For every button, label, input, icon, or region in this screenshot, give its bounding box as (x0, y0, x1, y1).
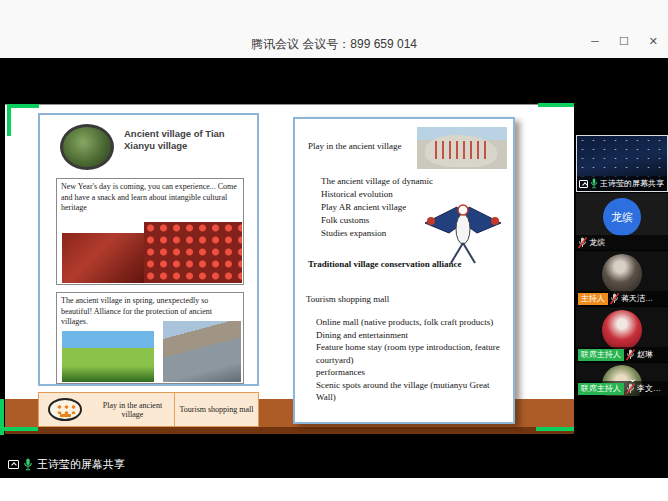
mic-muted-icon (578, 237, 587, 249)
newyear-text: New Year's day is coming, you can experi… (57, 179, 243, 214)
mic-muted-icon (626, 349, 635, 361)
screen-share-icon (579, 180, 588, 188)
participant-name: 赵琳 (637, 349, 653, 360)
lanterns-photo (144, 222, 242, 283)
cohost-badge: 联席主持人 (578, 383, 624, 395)
great-wall-photo (163, 321, 241, 382)
host-badge: 主持人 (578, 293, 608, 305)
list-item: Scenic spots around the village (mutiany… (316, 379, 500, 404)
avatar (602, 310, 642, 350)
participant-name: 李文… (637, 383, 661, 394)
slide-tab-bar: Play in the ancient village Tourism shop… (38, 392, 259, 427)
participant-tile[interactable]: ⌄ 联席主持人 李文… (576, 363, 668, 396)
right-slide: Play in the ancient village The ancient … (293, 117, 515, 424)
section-title-mall: Tourism shopping mall (306, 294, 389, 304)
share-banner: 王诗莹的屏幕共享 (8, 456, 125, 472)
mall-items-list: Online mall (native products, folk craft… (316, 316, 500, 404)
spring-textbox: The ancient village in spring, unexpecte… (56, 292, 244, 384)
slide-title: Ancient village of Tian Xianyu village (124, 128, 252, 153)
participant-name: 龙缤 (589, 237, 605, 248)
participant-tile[interactable]: 联席主持人 赵琳 (576, 307, 668, 362)
close-icon[interactable]: ✕ (649, 33, 658, 49)
desktop-strip-dark (5, 427, 574, 434)
list-item: Feature home stay (room type introductio… (316, 341, 500, 366)
gamepad-dots (56, 404, 76, 414)
participant-name: 蒋天洁… (621, 293, 653, 304)
window-controls: ─ ☐ ✕ (591, 33, 658, 49)
list-item: The ancient village of dynamic (321, 175, 473, 188)
gamepad-icon (39, 393, 91, 426)
mic-muted-icon (610, 293, 619, 305)
participant-name: 王诗莹的屏幕共享 (600, 178, 664, 189)
participants-sidebar: 王诗莹的屏幕共享 龙缤 龙缤 主持人 (576, 58, 668, 478)
mic-on-icon (23, 458, 33, 471)
window-title: 腾讯会议 会议号：899 659 014 (0, 36, 668, 53)
section-title-play: Play in the ancient village (308, 141, 401, 151)
tab-play-ancient-village[interactable]: Play in the ancient village (91, 393, 174, 426)
window-titlebar: 腾讯会议 会议号：899 659 014 ─ ☐ ✕ (0, 0, 668, 58)
craft-photo (62, 233, 148, 283)
participant-tile-screen-share[interactable]: 王诗莹的屏幕共享 (576, 135, 668, 192)
tab-tourism-mall[interactable]: Tourism shopping mall (174, 393, 258, 426)
share-corner-marker (536, 427, 574, 431)
list-item: performances (316, 366, 500, 379)
avatar: 龙缤 (603, 198, 641, 236)
share-corner-marker (538, 103, 574, 107)
share-corner-marker (0, 427, 38, 431)
kite-image (421, 195, 505, 267)
screen-share-icon (8, 460, 19, 469)
share-banner-label: 王诗莹的屏幕共享 (37, 457, 125, 472)
village-landscape-photo (62, 331, 154, 382)
left-slide: Ancient village of Tian Xianyu village N… (38, 113, 259, 386)
stone-red-characters (435, 141, 487, 159)
cohost-badge: 联席主持人 (578, 349, 624, 361)
collapse-chevron-icon[interactable]: ⌄ (628, 373, 637, 383)
gamepad-bar (60, 414, 71, 417)
stone-sign-photo (417, 127, 507, 169)
share-corner-marker (7, 104, 39, 108)
list-item: Online mall (native products, folk craft… (316, 316, 500, 329)
share-corner-marker (7, 104, 11, 136)
minimize-icon[interactable]: ─ (591, 33, 599, 49)
shared-screen[interactable]: Ancient village of Tian Xianyu village N… (5, 104, 574, 434)
alliance-heading: Traditional village conservation allianc… (308, 259, 462, 269)
meeting-canvas: Ancient village of Tian Xianyu village N… (0, 58, 668, 478)
maximize-icon[interactable]: ☐ (619, 33, 629, 49)
mic-muted-icon (626, 383, 635, 395)
list-item: Dining and entertainment (316, 329, 500, 342)
mic-on-icon (590, 178, 598, 189)
newyear-textbox: New Year's day is coming, you can experi… (56, 178, 244, 285)
participant-tile[interactable]: 龙缤 龙缤 (576, 193, 668, 250)
village-tree-photo (60, 124, 114, 170)
avatar (602, 254, 642, 294)
participant-tile[interactable]: 主持人 蒋天洁… (576, 251, 668, 306)
